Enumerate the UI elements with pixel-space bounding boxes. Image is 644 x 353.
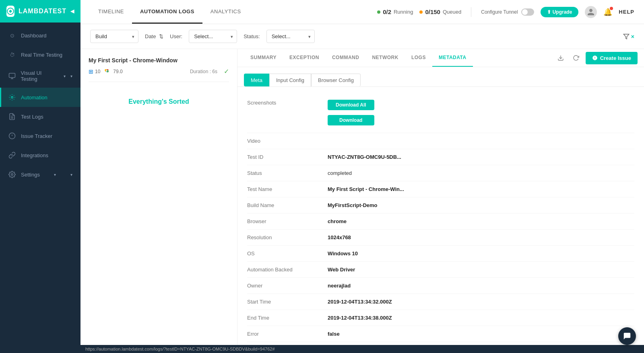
windows-icon: ⊞ (89, 68, 93, 75)
download-button[interactable]: Download (328, 115, 374, 125)
user-select[interactable]: Select... (189, 30, 237, 43)
running-status: 0/2 Running (377, 8, 413, 15)
tab-metadata[interactable]: METADATA (432, 49, 473, 67)
notification-bell[interactable]: 🔔 (603, 8, 612, 16)
tab-network[interactable]: NETWORK (365, 49, 405, 67)
meta-value-resolution: 1024x768 (328, 234, 634, 240)
sidebar-item-test-logs[interactable]: Test Logs (0, 107, 80, 126)
running-dot (377, 10, 380, 14)
tab-analytics[interactable]: ANALYTICS (202, 0, 249, 24)
content-area: My First Script - Chrome-Window ⊞ 10 79.… (80, 49, 644, 345)
meta-row-start-time: Start Time 2019-12-04T13:34:32.000Z (247, 294, 634, 310)
metadata-table: Screenshots Download All Download Video … (237, 87, 644, 345)
sidebar-logo: LAMBDATEST ◀ (0, 0, 80, 23)
statusbar-url: https://automation.lambdatest.com/logs/?… (85, 347, 275, 351)
chat-bubble[interactable] (618, 327, 636, 345)
refresh-icon[interactable] (570, 52, 582, 64)
meta-row-owner: Owner neerajlad (247, 278, 634, 294)
meta-row-browser: Browser chrome (247, 213, 634, 230)
upgrade-icon: ⬆ (547, 9, 551, 15)
sidebar-item-integrations[interactable]: Integrations (0, 146, 80, 165)
settings-icon (8, 170, 16, 179)
sub-tab-meta[interactable]: Meta (244, 74, 269, 86)
svg-point-4 (11, 96, 13, 99)
meta-row-screenshots: Screenshots Download All Download (247, 95, 634, 133)
tab-command[interactable]: COMMAND (326, 49, 366, 67)
sidebar: LAMBDATEST ◀ ⊙ Dashboard ⏱ Real Time Tes… (0, 0, 80, 353)
user-avatar[interactable] (585, 6, 597, 18)
svg-point-13 (106, 70, 107, 71)
test-duration: Duration : 6s (190, 69, 217, 74)
status-select[interactable]: Select... (266, 30, 315, 43)
queued-dot (419, 10, 423, 14)
sidebar-item-real-time-testing[interactable]: ⏱ Real Time Testing (0, 45, 80, 64)
sub-tabs: Meta Input Config Browser Config (237, 67, 644, 87)
visual-ui-testing-icon (8, 72, 16, 80)
tab-automation-logs[interactable]: AUTOMATION LOGS (132, 0, 202, 24)
meta-row-status: Status completed (247, 165, 634, 181)
tunnel-toggle[interactable] (521, 8, 534, 16)
tab-exception[interactable]: EXCEPTION (283, 49, 326, 67)
detail-tabs-bar: SUMMARY EXCEPTION COMMAND NETWORK LOGS M… (237, 49, 644, 67)
topbar-divider (471, 7, 471, 17)
integrations-icon (8, 151, 16, 159)
filter-clear-icon[interactable]: × (631, 33, 634, 40)
meta-row-error: Error false (247, 326, 634, 342)
download-all-button[interactable]: Download All (328, 100, 374, 110)
sidebar-item-settings[interactable]: Settings ▾ (0, 165, 80, 184)
dashboard-icon: ⊙ (8, 31, 16, 39)
issue-tracker-icon (8, 132, 16, 140)
meta-label-error: Error (247, 331, 328, 337)
sub-tab-browser-config[interactable]: Browser Config (311, 74, 361, 86)
meta-label-automation-backed: Automation Backed (247, 267, 328, 273)
tab-timeline[interactable]: TIMELINE (90, 0, 132, 24)
build-select[interactable]: Build (90, 30, 138, 43)
filter-icon[interactable]: × (623, 33, 634, 40)
meta-value-status: completed (328, 170, 634, 176)
create-issue-button[interactable]: Create Issue (586, 52, 638, 64)
sidebar-item-dashboard[interactable]: ⊙ Dashboard (0, 26, 80, 45)
sidebar-nav: ⊙ Dashboard ⏱ Real Time Testing Visual U… (0, 23, 80, 353)
meta-label-os: OS (247, 250, 328, 257)
notification-badge (610, 7, 613, 10)
upgrade-button[interactable]: ⬆ Upgrade (541, 7, 579, 17)
meta-label-end-time: End Time (247, 315, 328, 321)
build-select-wrapper: Build (90, 30, 138, 43)
tab-logs[interactable]: LOGS (405, 49, 432, 67)
screenshots-buttons: Download All Download (328, 100, 374, 128)
meta-label-test-name: Test Name (247, 186, 328, 192)
tab-summary[interactable]: SUMMARY (244, 49, 283, 67)
sidebar-item-label: Dashboard (21, 33, 47, 39)
help-button[interactable]: HELP (619, 9, 634, 15)
test-list-panel: My First Script - Chrome-Window ⊞ 10 79.… (80, 49, 237, 345)
test-card: My First Script - Chrome-Window ⊞ 10 79.… (89, 57, 229, 82)
sidebar-item-visual-ui-testing[interactable]: Visual UI Testing ▾ (0, 64, 80, 88)
queued-label: Queued (443, 9, 461, 15)
meta-label-screenshots: Screenshots (247, 100, 328, 106)
meta-row-end-time: End Time 2019-12-04T13:34:38.000Z (247, 310, 634, 326)
sub-tab-input-config[interactable]: Input Config (269, 74, 311, 86)
meta-value-automation-backed: Web Driver (328, 267, 634, 273)
meta-value-error: false (328, 331, 634, 337)
main-content: TIMELINE AUTOMATION LOGS ANALYTICS 0/2 R… (80, 0, 644, 353)
date-filter-icon[interactable]: ⇅ (159, 33, 163, 39)
toggle-knob (522, 9, 528, 15)
create-issue-label: Create Issue (600, 55, 631, 61)
sidebar-item-issue-tracker[interactable]: Issue Tracker (0, 126, 80, 146)
meta-label-video: Video (247, 138, 328, 144)
sidebar-item-label: Real Time Testing (21, 52, 62, 58)
test-logs-icon (8, 113, 16, 121)
browser-version: 79.0 (113, 69, 122, 74)
sidebar-item-automation[interactable]: Automation (0, 88, 80, 107)
filter-bar: Build Date ⇅ User: Select... Status: Sel… (80, 24, 644, 49)
download-icon[interactable] (555, 52, 566, 64)
sidebar-collapse-button[interactable]: ◀ (70, 6, 74, 16)
meta-row-resolution: Resolution 1024x768 (247, 230, 634, 246)
meta-row-build-name: Build Name MyFirstScript-Demo (247, 197, 634, 213)
test-card-meta: ⊞ 10 79.0 Duration : 6s ✓ (89, 68, 229, 75)
test-card-title: My First Script - Chrome-Window (89, 57, 229, 64)
sidebar-item-label: Test Logs (21, 114, 43, 120)
configure-tunnel-label: Configure Tunnel (481, 9, 518, 15)
sidebar-item-label: Integrations (21, 152, 48, 158)
os-badge: ⊞ 10 (89, 68, 100, 75)
